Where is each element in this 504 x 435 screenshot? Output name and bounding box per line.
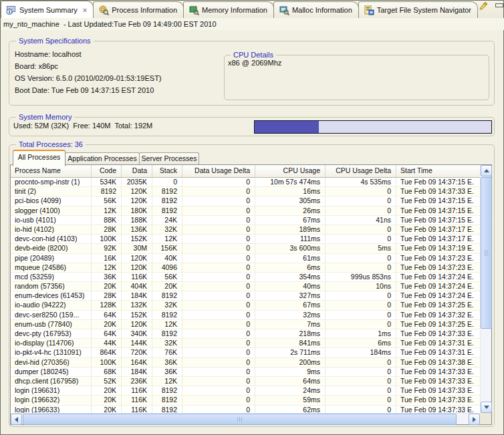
- column-header-code[interactable]: Code: [92, 165, 122, 177]
- tab-target-file-system-navigator[interactable]: Target File System Navigator: [358, 1, 478, 18]
- table-cell: 0: [182, 291, 255, 300]
- table-cell: Tue Feb 09 14:37:33 E.: [396, 368, 480, 376]
- table-row[interactable]: devi-hid (270356)100K164K36K0200ms0Tue F…: [11, 358, 480, 368]
- highlight-pen-button[interactable]: [477, 0, 489, 14]
- table-cell: 4s 535ms: [326, 178, 396, 186]
- table-cell: pipe (20489): [11, 254, 92, 263]
- table-cell: Tue Feb 09 14:37:15 E.: [396, 178, 480, 186]
- table-cell: 200ms: [255, 358, 326, 367]
- table-cell: 64K: [92, 311, 122, 319]
- table-cell: 0: [326, 377, 396, 386]
- table-cell: 12K: [92, 206, 122, 215]
- system-specifications-title: System Specifications: [16, 37, 94, 45]
- tab-memory-information[interactable]: Memory Information: [183, 1, 274, 18]
- table-cell: 841ms: [255, 339, 326, 347]
- table-cell: 0: [182, 263, 255, 272]
- table-cell: 20K: [152, 282, 182, 291]
- column-header-start-time[interactable]: Start Time: [396, 165, 480, 177]
- table-cell: io-usb (4101): [11, 216, 92, 225]
- table-cell: 32K: [152, 225, 182, 234]
- tab-system-summary[interactable]: System Summary ×: [1, 1, 94, 18]
- table-row[interactable]: tinit (2)8192120K8192016ms0Tue Feb 09 14…: [11, 187, 480, 196]
- table-cell: 188K: [122, 216, 152, 225]
- table-row[interactable]: devc-ser8250 (159...64K152K8192032ms0Tue…: [11, 311, 480, 320]
- table-row[interactable]: login (196632)20K116K8192059ms0Tue Feb 0…: [11, 396, 480, 405]
- tab-malloc-information[interactable]: Malloc Information: [273, 1, 359, 18]
- table-row[interactable]: io-pkt-v4-hc (131091)864K720K76K02s 711m…: [11, 348, 480, 357]
- table-cell: 12K: [152, 377, 182, 386]
- table-row[interactable]: devc-pty (167953)64K340K81920218ms1msTue…: [11, 329, 480, 339]
- target-file-system-icon: [364, 5, 374, 15]
- table-cell: 26ms: [255, 206, 326, 215]
- column-header-stack[interactable]: Stack: [152, 165, 182, 177]
- table-cell: 189ms: [255, 225, 326, 234]
- column-header-cpu-usage[interactable]: CPU Usage: [255, 165, 326, 177]
- table-row[interactable]: pci-bios (4099)56K120K81920305ms0Tue Feb…: [11, 196, 480, 206]
- table-cell: 0: [182, 368, 255, 376]
- table-cell: 8192: [92, 187, 122, 196]
- table-cell: 999us 853ns: [326, 273, 396, 281]
- cpu-details-title: CPU Details: [231, 51, 276, 59]
- table-cell: Tue Feb 09 14:37:33 E.: [396, 187, 480, 196]
- horizontal-scrollbar-thumb[interactable]: [23, 414, 457, 425]
- table-cell: 56K: [92, 196, 122, 205]
- horizontal-scrollbar[interactable]: [11, 413, 480, 424]
- table-row[interactable]: io-audio (94222)128K132K32K067ms0Tue Feb…: [11, 301, 480, 310]
- scroll-down-button[interactable]: [481, 402, 492, 413]
- table-row[interactable]: dumper (180245)68K184K36K09ms0Tue Feb 09…: [11, 368, 480, 377]
- table-row[interactable]: random (57356)20K404K20K040ms10nsTue Feb…: [11, 282, 480, 291]
- table-cell: Tue Feb 09 14:37:38 E.: [396, 358, 480, 367]
- close-icon[interactable]: ×: [83, 6, 87, 14]
- table-row[interactable]: enum-devices (61453)28K184K81920327ms0Tu…: [11, 291, 480, 301]
- vertical-scrollbar-thumb[interactable]: [481, 177, 492, 329]
- tab-all-processes[interactable]: All Processes: [13, 150, 66, 166]
- tab-process-information[interactable]: Process Information: [93, 1, 184, 18]
- table-row[interactable]: devc-con-hid (4103)100K152K12K0111ms0Tue…: [11, 235, 480, 244]
- table-cell: Tue Feb 09 14:37:23 E.: [396, 263, 480, 272]
- table-cell: slogger (4100): [11, 206, 92, 215]
- vertical-scrollbar[interactable]: [480, 165, 491, 413]
- table-cell: 6ms: [326, 339, 396, 347]
- table-cell: 0: [182, 206, 255, 215]
- cpu-field: x86 @ 2069Mhz: [228, 59, 281, 67]
- column-header-process-name[interactable]: Process Name: [11, 165, 92, 177]
- scroll-left-button[interactable]: [11, 414, 22, 425]
- table-cell: 0: [326, 225, 396, 234]
- view-tab-bar: System Summary × Process Information Mem…: [1, 1, 503, 19]
- table-cell: 164K: [122, 358, 152, 367]
- table-cell: 64K: [92, 329, 122, 338]
- column-header-data[interactable]: Data: [122, 165, 152, 177]
- table-cell: 10m 57s 474ms: [255, 178, 326, 186]
- table-row[interactable]: mcd (53259)36K116K56K0354ms999us 853nsTu…: [11, 273, 480, 282]
- table-row[interactable]: login (196631)20K116K8192024ms0Tue Feb 0…: [11, 386, 480, 396]
- table-row[interactable]: mqueue (24586)12K120K409606ms0Tue Feb 09…: [11, 263, 480, 273]
- table-row[interactable]: io-usb (4101)88K188K24K067ms41nsTue Feb …: [11, 216, 480, 225]
- table-cell: devc-con-hid (4103): [11, 235, 92, 243]
- table-cell: 16ms: [255, 187, 326, 196]
- table-row[interactable]: slogger (4100)12K180K8192026ms0Tue Feb 0…: [11, 206, 480, 216]
- tab-server-processes[interactable]: Server Processes: [139, 152, 199, 165]
- column-header-data-usage-delta[interactable]: Data Usage Delta: [182, 165, 255, 177]
- table-cell: 8192: [152, 206, 182, 215]
- table-cell: mqueue (24586): [11, 263, 92, 272]
- memory-usage-bar: [254, 120, 492, 134]
- minimize-button[interactable]: [495, 3, 503, 11]
- table-row[interactable]: enum-usb (77840)20K120K12K07ms0Tue Feb 0…: [11, 320, 480, 329]
- table-cell: 0: [326, 187, 396, 196]
- table-row[interactable]: dhcp.client (167958)52K236K12K064ms0Tue …: [11, 377, 480, 386]
- table-cell: 0: [182, 339, 255, 347]
- table-row[interactable]: pipe (20489)16K120K40K061ms0Tue Feb 09 1…: [11, 254, 480, 263]
- table-cell: 0: [182, 235, 255, 243]
- table-row[interactable]: io-display (114706)44K144K32K0841ms6msTu…: [11, 339, 480, 348]
- tab-application-processes[interactable]: Application Processes: [65, 152, 140, 165]
- table-row[interactable]: devb-eide (8200)92K30M156K03s 600ms5msTu…: [11, 244, 480, 253]
- table-cell: dhcp.client (167958): [11, 377, 92, 386]
- table-row[interactable]: procnto-smp-instr (1)534K2035K0010m 57s …: [11, 178, 480, 187]
- scroll-up-button[interactable]: [481, 165, 492, 176]
- table-row[interactable]: io-hid (4102)28K136K32K0189ms0Tue Feb 09…: [11, 225, 480, 235]
- table-cell: 4096: [152, 263, 182, 272]
- column-header-cpu-usage-delta[interactable]: CPU Usage Delta: [326, 165, 396, 177]
- scroll-right-button[interactable]: [469, 414, 480, 425]
- table-row[interactable]: login (196633)20K116K8192062ms0Tue Feb 0…: [11, 406, 480, 414]
- table-cell: Tue Feb 09 14:37:32 E.: [396, 311, 480, 319]
